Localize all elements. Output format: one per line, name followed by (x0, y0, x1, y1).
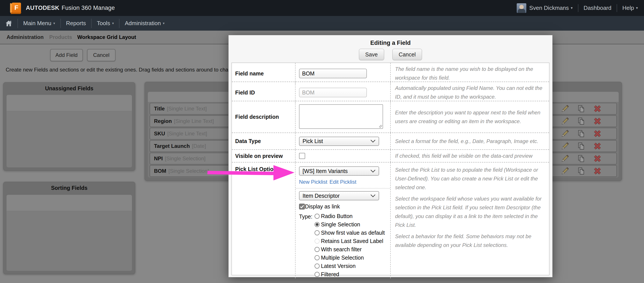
field-id-input (299, 88, 367, 97)
radio-disabled-icon (314, 238, 320, 244)
field-description-row: Field description Enter the description … (232, 101, 549, 132)
chevron-down-icon (370, 140, 376, 143)
picklist-help: Select the Pick List to use to populate … (395, 166, 545, 192)
type-radio-group: Radio Button Single Selection Show first… (314, 212, 385, 278)
copy-icon[interactable] (578, 130, 585, 137)
nav-administration-caret-icon: ▾ (163, 21, 164, 25)
field-name: Title (154, 106, 165, 112)
app-title-brand: AUTODESK (26, 4, 59, 11)
delete-x-icon[interactable] (594, 105, 601, 112)
page-cancel-button[interactable]: Cancel (87, 49, 116, 61)
radio-icon (314, 247, 320, 252)
radio-icon (314, 230, 320, 235)
top-app-bar: F AUTODESKFusion 360 Manage Sven Dickman… (0, 0, 644, 16)
radio-option-label: Radio Button (321, 213, 352, 219)
breadcrumb-administration[interactable]: Administration (6, 34, 44, 40)
dashboard-link[interactable]: Dashboard (584, 4, 612, 11)
data-type-help: Select a format for the field, e.g., Dat… (395, 137, 545, 146)
delete-x-icon[interactable] (594, 167, 601, 175)
chevron-down-icon (370, 194, 376, 198)
home-icon[interactable] (5, 20, 12, 27)
field-id-row: Field ID Automatically populated using F… (232, 82, 549, 101)
copy-icon[interactable] (578, 105, 585, 112)
edit-pencil-icon[interactable] (561, 155, 569, 162)
field-name: SKU (154, 130, 165, 137)
edit-pencil-icon[interactable] (561, 105, 569, 112)
field-name-help: The field name is the name you wish to b… (395, 65, 545, 82)
display-as-link-checkbox[interactable] (299, 204, 305, 210)
user-menu-caret-icon: ▾ (571, 6, 573, 10)
copy-icon[interactable] (578, 118, 585, 125)
nav-administration[interactable]: Administration (125, 20, 161, 27)
help-menu-caret-icon: ▾ (636, 6, 638, 10)
edit-pencil-icon[interactable] (561, 142, 569, 150)
delete-x-icon[interactable] (594, 130, 601, 137)
display-as-link-label: Display as link (305, 204, 340, 210)
data-type-row: Data Type Pick List Select a format for … (232, 132, 549, 149)
radio-option-label: With search filter (321, 246, 362, 252)
copy-icon[interactable] (578, 167, 585, 175)
field-type: [Single Line Text] (174, 118, 214, 124)
radio-option-latest-version[interactable]: Latest Version (314, 262, 385, 270)
avatar[interactable] (517, 3, 526, 13)
layout-instruction-text: Create new Fields and sections or edit t… (6, 67, 228, 73)
edit-pencil-icon[interactable] (561, 118, 569, 125)
checkmark-icon (300, 205, 304, 208)
radio-option-label: Single Selection (321, 221, 360, 228)
field-name-input[interactable] (299, 69, 367, 78)
radio-option-show-first-value[interactable]: Show first value as default (314, 228, 385, 237)
sorting-fields-dropzone[interactable] (6, 195, 132, 271)
user-menu[interactable]: Sven Dickmans (530, 4, 569, 11)
type-help: Select a behavior for the field. Some be… (395, 232, 545, 250)
nav-tools[interactable]: Tools (97, 20, 110, 27)
breadcrumb-products[interactable]: Products (49, 34, 72, 40)
field-description-help: Enter the description you want to appear… (395, 108, 545, 126)
add-field-button[interactable]: Add Field (50, 49, 83, 61)
field-name-label: Field name (232, 63, 295, 84)
radio-option-label: Filtered (321, 271, 339, 278)
radio-option-multiple-selection[interactable]: Multiple Selection (314, 254, 385, 262)
save-button[interactable]: Save (359, 49, 384, 60)
app-title-product: Fusion 360 Manage (62, 4, 115, 11)
delete-x-icon[interactable] (594, 155, 601, 162)
edit-picklist-link[interactable]: Edit Picklist (330, 179, 356, 185)
nav-divider (119, 19, 120, 28)
type-label: Type: (299, 212, 312, 278)
field-id-label: Field ID (232, 82, 295, 103)
picklist-select[interactable]: [WS] Item Variants (299, 166, 379, 176)
copy-icon[interactable] (578, 155, 585, 162)
nav-tools-caret-icon: ▾ (112, 21, 114, 25)
radio-option-single-selection[interactable]: Single Selection (314, 220, 385, 228)
edit-pencil-icon[interactable] (561, 130, 569, 137)
radio-option-filtered[interactable]: Filtered (314, 270, 385, 278)
topbar-divider (617, 4, 617, 12)
delete-x-icon[interactable] (594, 118, 601, 125)
nav-main-menu[interactable]: Main Menu (23, 20, 52, 27)
field-id-help: Automatically populated using Field Name… (395, 84, 545, 101)
textarea-resize-handle-icon[interactable] (379, 125, 382, 128)
copy-icon[interactable] (578, 142, 585, 150)
edit-pencil-icon[interactable] (561, 167, 569, 175)
dialog-cancel-button[interactable]: Cancel (392, 49, 422, 60)
data-type-select[interactable]: Pick List (299, 137, 379, 146)
radio-icon (314, 272, 320, 277)
visible-on-preview-checkbox[interactable] (299, 153, 305, 159)
chevron-down-icon (370, 170, 376, 173)
new-picklist-link[interactable]: New Picklist (299, 179, 327, 185)
field-name: BOM (154, 168, 166, 174)
nav-reports[interactable]: Reports (66, 20, 86, 27)
field-type: [Single Line Text] (167, 106, 207, 112)
nav-divider (91, 19, 92, 28)
sorting-fields-title: Sorting Fields (4, 182, 135, 191)
delete-x-icon[interactable] (594, 142, 601, 150)
radio-option-with-search-filter[interactable]: With search filter (314, 245, 385, 254)
visible-on-preview-row: Visible on preview If checked, this fiel… (232, 149, 549, 162)
nav-divider (18, 19, 18, 28)
descriptor-select[interactable]: Item Descriptor (299, 191, 379, 200)
field-description-textarea[interactable] (299, 104, 383, 129)
radio-option-label: Show first value as default (321, 230, 385, 236)
radio-option-label: Multiple Selection (321, 254, 364, 261)
radio-option-radio-button[interactable]: Radio Button (314, 212, 385, 220)
unassigned-fields-dropzone[interactable] (6, 95, 132, 168)
help-menu[interactable]: Help (622, 4, 634, 11)
